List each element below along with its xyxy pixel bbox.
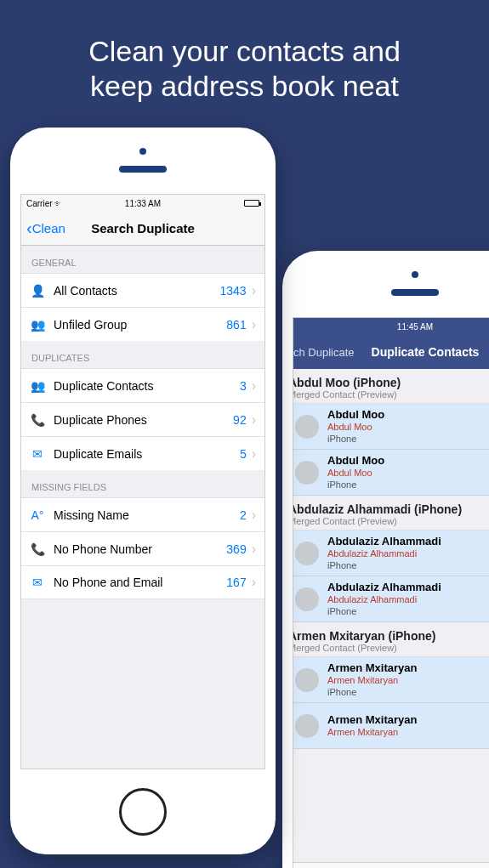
chevron-right-icon: › — [252, 575, 256, 590]
no-phone-icon: 📞 — [30, 542, 45, 556]
avatar — [295, 714, 319, 738]
no-email-icon: ✉ — [30, 576, 45, 589]
chevron-right-icon: › — [252, 412, 256, 428]
row-duplicate-emails[interactable]: ✉ Duplicate Emails 5 › — [21, 436, 264, 470]
chevron-left-icon: ‹ — [26, 218, 32, 238]
status-bar: 11:45 AM — [293, 318, 489, 335]
contact-row[interactable]: Abdul MooAbdul MooiPhone› — [293, 404, 489, 450]
group-subtitle: Merged Contact (Preview) — [293, 389, 489, 400]
contact-device: iPhone — [327, 434, 489, 445]
chevron-right-icon: › — [252, 317, 256, 332]
row-label: All Contacts — [54, 284, 220, 298]
group-title: Abdulaziz Alhammadi (iPhone) — [293, 502, 489, 516]
row-label: No Phone and Email — [54, 576, 226, 589]
contact-subtitle: Armen Mxitaryan — [327, 675, 489, 687]
watermark: ⌂ — [463, 830, 480, 863]
chevron-right-icon: › — [252, 283, 256, 298]
row-count: 1343 — [220, 284, 247, 298]
row-missing-name[interactable]: A° Missing Name 2 › — [21, 497, 264, 531]
row-duplicate-contacts[interactable]: 👥 Duplicate Contacts 3 › — [21, 368, 264, 402]
avatar — [295, 542, 319, 565]
row-label: Unfiled Group — [54, 318, 226, 332]
section-header-missing: MISSING FIELDS — [21, 470, 264, 497]
screen-left: Carrier ᯤ 11:33 AM ‹ Clean Search Duplic… — [20, 194, 265, 769]
chevron-right-icon: › — [252, 378, 256, 394]
section-header-general: GENERAL — [21, 246, 264, 273]
duplicate-group-header[interactable]: Armen Mxitaryan (iPhone)Merged Contact (… — [293, 622, 489, 657]
email-icon: ✉ — [30, 447, 45, 461]
contact-subtitle: Armen Mxitaryan — [327, 727, 489, 739]
row-label: Duplicate Emails — [54, 447, 240, 461]
duplicate-group-header[interactable]: Abdulaziz Alhammadi (iPhone)Merged Conta… — [293, 496, 489, 530]
contact-row[interactable]: Abdulaziz AlhammadiAbdulaziz AlhammadiiP… — [293, 530, 489, 576]
group-subtitle: Merged Contact (Preview) — [293, 643, 489, 653]
contact-row[interactable]: Armen MxitaryanArmen MxitaryaniPhone› — [293, 657, 489, 703]
contact-name: Armen Mxitaryan — [327, 713, 489, 727]
contact-name: Abdul Moo — [327, 454, 489, 468]
contact-row[interactable]: Abdul MooAbdul MooiPhone› — [293, 450, 489, 496]
contact-name: Armen Mxitaryan — [327, 661, 489, 675]
nav-bar: ch Duplicate Duplicate Contacts Edit — [293, 335, 489, 369]
row-no-phone[interactable]: 📞 No Phone Number 369 › — [21, 531, 264, 565]
contact-device: iPhone — [327, 606, 489, 618]
row-count: 2 — [240, 508, 247, 522]
row-label: No Phone Number — [54, 542, 226, 556]
group-subtitle: Merged Contact (Preview) — [293, 516, 489, 526]
row-unfiled-group[interactable]: 👥 Unfiled Group 861 › — [21, 307, 264, 341]
marketing-headline: Clean your contacts and keep address boo… — [0, 0, 489, 129]
contact-row[interactable]: Abdulaziz AlhammadiAbdulaziz AlhammadiiP… — [293, 576, 489, 622]
screen-right: 11:45 AM ch Duplicate Duplicate Contacts… — [293, 317, 489, 868]
home-button[interactable] — [119, 788, 167, 836]
row-label: Missing Name — [54, 508, 240, 522]
chevron-right-icon: › — [252, 508, 256, 523]
back-button[interactable]: ch Duplicate — [293, 346, 355, 359]
duplicate-group-header[interactable]: Abdul Moo (iPhone)Merged Contact (Previe… — [293, 369, 489, 404]
missing-name-icon: A° — [30, 508, 45, 522]
contact-device: iPhone — [327, 479, 489, 491]
contact-subtitle: Abdulaziz Alhammadi — [327, 594, 489, 606]
nav-title: Search Duplicate — [91, 221, 195, 235]
row-all-contacts[interactable]: 👤 All Contacts 1343 › — [21, 273, 264, 307]
merge-button[interactable]: Merge — [293, 862, 489, 868]
section-header-duplicates: DUPLICATES — [21, 341, 264, 368]
group-title: Armen Mxitaryan (iPhone) — [293, 629, 489, 643]
group-icon: 👥 — [30, 318, 45, 332]
contact-subtitle: Abdul Moo — [327, 468, 489, 479]
row-no-phone-email[interactable]: ✉ No Phone and Email 167 › — [21, 565, 264, 599]
contact-name: Abdulaziz Alhammadi — [327, 581, 489, 594]
chevron-right-icon: › — [252, 446, 256, 462]
phone-speaker — [119, 166, 167, 173]
row-label: Duplicate Phones — [54, 413, 233, 427]
battery-icon — [244, 200, 259, 207]
chevron-right-icon: › — [252, 542, 256, 557]
contact-device: iPhone — [327, 560, 489, 572]
contact-subtitle: Abdul Moo — [327, 422, 489, 434]
contact-device: iPhone — [327, 687, 489, 699]
phone-speaker — [391, 289, 439, 296]
phone-mockup-left: Carrier ᯤ 11:33 AM ‹ Clean Search Duplic… — [10, 128, 276, 854]
phone-camera — [412, 271, 418, 278]
contact-subtitle: Abdulaziz Alhammadi — [327, 548, 489, 560]
row-count: 3 — [240, 379, 247, 393]
row-count: 92 — [233, 413, 247, 427]
avatar — [295, 668, 319, 692]
row-label: Duplicate Contacts — [54, 379, 240, 393]
avatar — [295, 415, 319, 439]
avatar — [295, 461, 319, 485]
contact-name: Abdulaziz Alhammadi — [327, 535, 489, 548]
status-bar: Carrier ᯤ 11:33 AM — [21, 195, 264, 212]
group-title: Abdul Moo (iPhone) — [293, 376, 489, 389]
phone-camera — [139, 148, 146, 155]
nav-bar: ‹ Clean Search Duplicate — [21, 212, 264, 246]
phone-icon: 📞 — [30, 413, 45, 427]
back-button[interactable]: ‹ Clean — [26, 218, 65, 238]
row-count: 369 — [226, 542, 246, 556]
row-duplicate-phones[interactable]: 📞 Duplicate Phones 92 › — [21, 402, 264, 436]
person-icon: 👤 — [30, 284, 45, 298]
row-count: 5 — [240, 447, 247, 461]
row-count: 861 — [226, 318, 246, 332]
contact-row[interactable]: Armen MxitaryanArmen Mxitaryan› — [293, 703, 489, 749]
contact-name: Abdul Moo — [327, 408, 489, 422]
phone-mockup-right: 11:45 AM ch Duplicate Duplicate Contacts… — [282, 251, 489, 868]
contacts-dup-icon: 👥 — [30, 379, 45, 393]
